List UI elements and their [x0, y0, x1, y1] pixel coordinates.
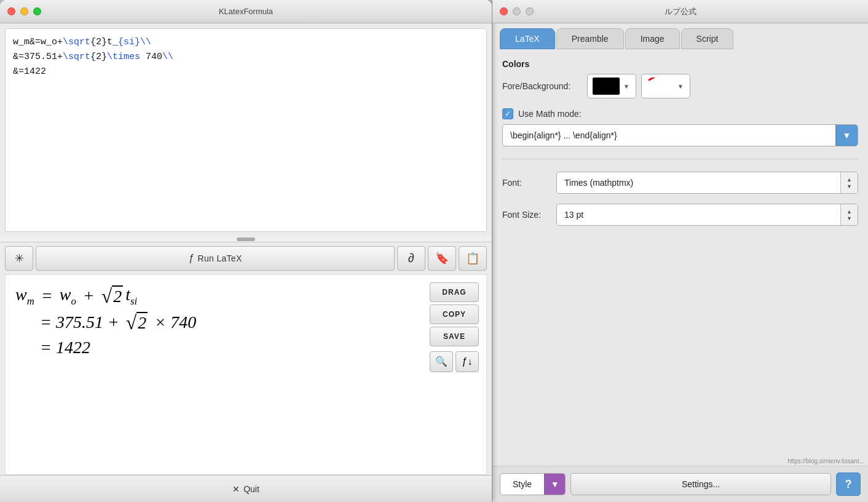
drag-button[interactable]: DRAG: [430, 282, 479, 302]
math-mode-row: ✓ Use Math mode:: [502, 108, 858, 119]
quit-label: Quit: [243, 484, 259, 494]
size-up-arrow: ▲: [846, 209, 852, 215]
editor-text-blue: \sqrt: [63, 37, 90, 47]
font-up-arrow: ▲: [846, 177, 852, 183]
size-down-arrow: ▼: [846, 215, 852, 221]
font-select-container: Times (mathptmx) ▲ ▼: [556, 172, 858, 194]
font-select-arrows[interactable]: ▲ ▼: [840, 172, 858, 193]
font-row: Font: Times (mathptmx) ▲ ▼: [502, 172, 858, 194]
math-select-dropdown-button[interactable]: ▼: [835, 125, 858, 146]
clipboard-button[interactable]: 📋: [459, 246, 487, 271]
colors-row: Fore/Background: ▼ ▼: [502, 74, 858, 98]
formula-line-1: wm = wo + √ 2 tsi: [15, 285, 422, 308]
colors-section: Colors Fore/Background: ▼ ▼: [502, 59, 858, 98]
foreground-color-button[interactable]: ▼: [587, 74, 636, 98]
question-mark-icon: ?: [845, 478, 852, 491]
editor-scrollbar[interactable]: [0, 237, 492, 242]
editor-line-2: &=375.51+\sqrt{2}\times 740\\: [13, 50, 479, 65]
bg-dropdown-arrow: ▼: [677, 83, 684, 90]
window-controls: [7, 7, 41, 15]
right-close-button[interactable]: [500, 7, 508, 15]
bookmark-icon: 🔖: [435, 252, 449, 265]
latex-editor[interactable]: w_m&=w_o+\sqrt{2}t_{si}\\ &=375.51+\sqrt…: [5, 28, 487, 232]
font-size-row: Font Size: 13 pt ▲ ▼: [502, 204, 858, 226]
bookmark-button[interactable]: 🔖: [428, 246, 456, 271]
copy-button[interactable]: COPY: [430, 305, 479, 324]
scrollbar-thumb: [237, 237, 255, 241]
partial-icon: ∂: [408, 251, 414, 265]
font-label: Font:: [502, 178, 551, 188]
function-icon: ƒ: [188, 253, 194, 264]
run-latex-button[interactable]: ƒ Run LaTeX: [36, 246, 395, 271]
watermark: https://blog.simienv.tissant...: [492, 456, 868, 466]
right-maximize-button[interactable]: [526, 7, 534, 15]
right-titlebar: ルプ公式: [492, 0, 868, 23]
right-window-controls: [500, 7, 534, 15]
left-panel: KLatexFormula w_m&=w_o+\sqrt{2}t_{si}\\ …: [0, 0, 492, 502]
math-mode-value: \begin{align*} ... \end{align*}: [503, 125, 835, 146]
style-arrow-icon: ▼: [551, 479, 559, 489]
foreground-color-swatch: [593, 78, 620, 95]
partial-button[interactable]: ∂: [397, 246, 425, 271]
zoom-buttons: 🔍 ƒ↓: [430, 351, 479, 372]
font-size-label: Font Size:: [502, 210, 551, 220]
toolbar: ✳ ƒ Run LaTeX ∂ 🔖 📋: [0, 242, 492, 274]
preview-area: wm = wo + √ 2 tsi = 375.51 + √ 2 × 740: [5, 274, 487, 476]
editor-content: w_m&=w_o+\sqrt{2}t_{si}\\ &=375.51+\sqrt…: [13, 35, 479, 79]
x-icon: ✕: [232, 484, 240, 494]
right-panel: ルプ公式 LaTeX Preamble Image Script Colors …: [492, 0, 868, 502]
divider-1: [502, 159, 858, 159]
background-color-button[interactable]: ▼: [641, 74, 690, 98]
math-mode-section: ✓ Use Math mode: \begin{align*} ... \end…: [502, 108, 858, 146]
math-mode-select-wrapper: \begin{align*} ... \end{align*} ▼: [502, 124, 858, 146]
right-minimize-button[interactable]: [513, 7, 521, 15]
style-dropdown-button[interactable]: ▼: [544, 474, 565, 495]
maximize-button[interactable]: [33, 7, 41, 15]
font-value: Times (mathptmx): [557, 172, 840, 193]
insert-formula-button[interactable]: ƒ↓: [456, 351, 479, 372]
editor-line-1: w_m&=w_o+\sqrt{2}t_{si}\\: [13, 35, 479, 50]
quit-button[interactable]: ✕ Quit: [0, 475, 492, 502]
right-content: Colors Fore/Background: ▼ ▼ ✓ Use Math m…: [492, 49, 868, 456]
run-latex-label: Run LaTeX: [198, 253, 242, 263]
math-select-container: \begin{align*} ... \end{align*} ▼: [502, 124, 858, 146]
formula-line-3: = 1422: [15, 338, 422, 357]
settings-button[interactable]: Settings...: [570, 473, 831, 495]
math-mode-label: Use Math mode:: [518, 109, 582, 119]
math-select-arrow-icon: ▼: [843, 130, 851, 140]
minimize-button[interactable]: [20, 7, 28, 15]
sparkle-icon: ✳: [15, 252, 24, 265]
style-button-wrapper: Style ▼: [500, 473, 566, 495]
editor-text-normal: w_m&=w_o+: [13, 37, 63, 47]
action-buttons: DRAG COPY SAVE 🔍 ƒ↓: [427, 280, 481, 375]
fore-dropdown-arrow: ▼: [623, 83, 629, 90]
formula-icon: ƒ↓: [462, 356, 473, 367]
bottom-bar: Style ▼ Settings... ?: [492, 466, 868, 502]
colors-label: Colors: [502, 59, 858, 69]
clipboard-icon: 📋: [466, 252, 479, 265]
window-title: KLatexFormula: [219, 7, 273, 16]
tab-latex[interactable]: LaTeX: [500, 28, 555, 49]
editor-line-3: &=1422: [13, 65, 479, 79]
formula-line-2: = 375.51 + √ 2 × 740: [15, 312, 422, 333]
save-button[interactable]: SAVE: [430, 327, 479, 346]
tabs-row: LaTeX Preamble Image Script: [492, 23, 868, 49]
help-button[interactable]: ?: [836, 472, 861, 496]
fore-bg-label: Fore/Background:: [502, 81, 582, 91]
tab-script[interactable]: Script: [681, 28, 734, 49]
font-size-container: 13 pt ▲ ▼: [556, 204, 858, 226]
tab-preamble[interactable]: Preamble: [556, 28, 624, 49]
background-color-swatch: [647, 78, 674, 95]
close-button[interactable]: [7, 7, 15, 15]
titlebar: KLatexFormula: [0, 0, 492, 23]
zoom-button[interactable]: 🔍: [430, 351, 453, 372]
font-down-arrow: ▼: [846, 183, 852, 189]
settings-icon-button[interactable]: ✳: [5, 246, 33, 271]
right-window-title: ルプ公式: [665, 6, 696, 17]
zoom-icon: 🔍: [435, 356, 448, 367]
style-label: Style: [500, 474, 544, 495]
font-size-arrows[interactable]: ▲ ▼: [840, 204, 858, 225]
formula-display: wm = wo + √ 2 tsi = 375.51 + √ 2 × 740: [10, 280, 427, 363]
math-mode-checkbox[interactable]: ✓: [502, 108, 513, 119]
tab-image[interactable]: Image: [625, 28, 680, 49]
